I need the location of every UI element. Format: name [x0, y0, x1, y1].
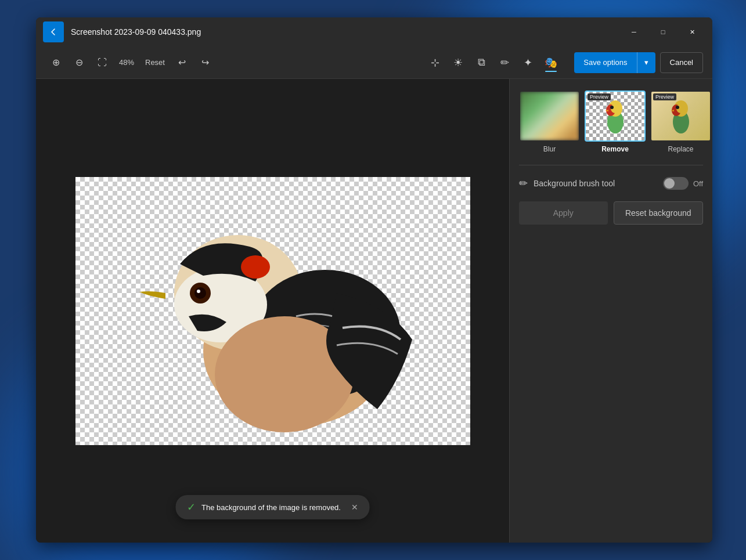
fit-button[interactable]: ⛶	[92, 52, 113, 73]
replace-parrot-svg	[664, 96, 698, 136]
blur-preview	[520, 92, 579, 140]
zoom-in-button[interactable]: ⊕	[45, 52, 66, 73]
brush-tool-row: ✏ Background brush tool Off	[519, 177, 703, 190]
adjust-tool-button[interactable]: ☀	[448, 52, 468, 73]
toolbar-actions: Save options ▾ Cancel	[574, 52, 703, 73]
check-icon: ✓	[187, 501, 196, 514]
save-options-dropdown-button[interactable]: ▾	[637, 52, 655, 73]
zoom-controls: ⊕ ⊖ ⛶ 48% Reset ↩ ↪	[45, 52, 216, 73]
toast-notification: ✓ The background of the image is removed…	[175, 495, 370, 519]
toast-close-button[interactable]: ✕	[351, 503, 358, 512]
bg-tool-button[interactable]: 🎭	[540, 52, 561, 73]
app-window: Screenshot 2023-09-09 040433.png ─ □ ✕ ⊕…	[36, 17, 712, 543]
reset-background-button[interactable]: Reset background	[614, 201, 704, 225]
markup-tool-button[interactable]: ✏	[494, 52, 515, 73]
svg-point-6	[194, 287, 206, 299]
toggle-state-label: Off	[693, 179, 703, 188]
replace-label: Replace	[668, 145, 693, 153]
bird-image	[75, 177, 470, 445]
brush-tool-label: Background brush tool	[534, 179, 657, 188]
save-options-button[interactable]: Save options	[574, 52, 636, 73]
toast-message: The background of the image is removed.	[201, 503, 341, 512]
undo-button[interactable]: ↩	[172, 52, 193, 73]
zoom-out-button[interactable]: ⊖	[69, 52, 89, 73]
svg-point-18	[676, 106, 679, 109]
back-icon	[49, 27, 58, 37]
markup-icon: ✏	[500, 56, 509, 69]
copy-icon: ⧉	[478, 56, 485, 68]
fit-icon: ⛶	[98, 57, 107, 68]
remove-parrot-svg	[598, 96, 633, 136]
zoom-level: 48%	[115, 58, 138, 67]
cancel-button[interactable]: Cancel	[660, 52, 703, 73]
maximize-button[interactable]: □	[650, 23, 676, 41]
blur-option[interactable]: Blur	[519, 91, 580, 153]
chevron-down-icon: ▾	[644, 58, 648, 67]
crop-icon: ⊹	[431, 56, 439, 69]
bg-options: Blur Preview	[519, 91, 703, 153]
replace-preview-label: Preview	[653, 93, 676, 100]
adjust-icon: ☀	[453, 56, 463, 69]
svg-point-7	[197, 290, 200, 293]
brush-toggle[interactable]	[663, 177, 689, 190]
toggle-row: Off	[663, 177, 703, 190]
erase-icon: ✦	[524, 56, 532, 69]
crop-tool-button[interactable]: ⊹	[424, 52, 445, 73]
redo-button[interactable]: ↪	[195, 52, 216, 73]
toolbar: ⊕ ⊖ ⛶ 48% Reset ↩ ↪ ⊹ ☀	[36, 46, 712, 79]
action-buttons: Apply Reset background	[519, 201, 703, 225]
erase-tool-button[interactable]: ✦	[517, 52, 538, 73]
svg-point-4	[241, 255, 270, 279]
image-canvas	[75, 177, 470, 445]
toggle-knob	[664, 178, 675, 189]
window-controls: ─ □ ✕	[621, 23, 705, 41]
brush-icon: ✏	[519, 177, 528, 190]
svg-point-13	[610, 106, 614, 109]
redo-icon: ↪	[201, 57, 209, 68]
undo-icon: ↩	[178, 57, 186, 68]
zoom-in-icon: ⊕	[52, 57, 60, 68]
apply-button[interactable]: Apply	[519, 201, 608, 225]
copy-tool-button[interactable]: ⧉	[471, 52, 492, 73]
zoom-out-icon: ⊖	[75, 57, 83, 68]
remove-option[interactable]: Preview	[585, 91, 646, 153]
woodpecker-svg	[75, 177, 470, 445]
remove-preview-label: Preview	[588, 93, 611, 100]
remove-label: Remove	[601, 145, 629, 153]
title-bar: Screenshot 2023-09-09 040433.png ─ □ ✕	[36, 17, 712, 46]
window-title: Screenshot 2023-09-09 040433.png	[71, 27, 621, 37]
tool-buttons: ⊹ ☀ ⧉ ✏ ✦ 🎭	[424, 52, 561, 73]
reset-button[interactable]: Reset	[140, 56, 170, 69]
blur-thumb	[519, 91, 580, 142]
remove-thumb: Preview	[585, 91, 646, 142]
replace-thumb: Preview	[650, 91, 711, 142]
close-button[interactable]: ✕	[679, 23, 705, 41]
canvas-area: ✓ The background of the image is removed…	[36, 79, 509, 543]
blur-label: Blur	[543, 145, 556, 153]
minimize-button[interactable]: ─	[621, 23, 647, 41]
back-button[interactable]	[43, 21, 64, 42]
bg-remove-icon: 🎭	[545, 56, 557, 69]
main-content: ✓ The background of the image is removed…	[36, 79, 712, 543]
replace-option[interactable]: Preview	[650, 91, 711, 153]
right-panel: Blur Preview	[509, 79, 712, 543]
separator	[519, 165, 703, 165]
